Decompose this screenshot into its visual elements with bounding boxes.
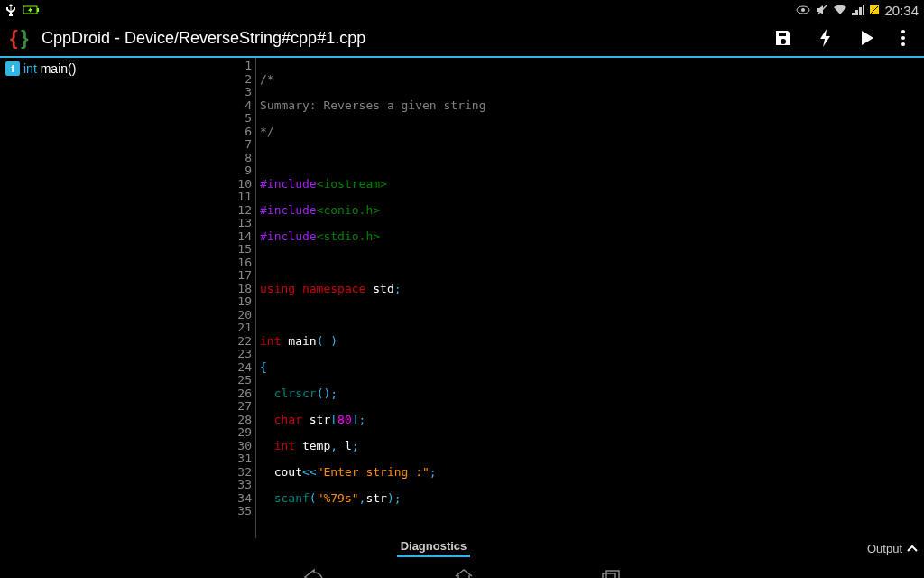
- back-button[interactable]: [301, 568, 327, 578]
- no-sim-icon: [869, 5, 880, 15]
- svg-rect-1: [37, 8, 39, 12]
- bottom-tab-bar: Diagnostics Output: [0, 538, 924, 558]
- code-area[interactable]: /* Summary: Reverses a given string */ #…: [256, 58, 924, 538]
- svg-point-9: [901, 30, 905, 33]
- signal-icon: [852, 5, 864, 15]
- svg-text:{: {: [10, 26, 18, 49]
- app-title: CppDroid - Device/ReverseString#cpp#1.cp…: [42, 29, 765, 48]
- svg-point-10: [901, 36, 905, 40]
- function-icon: f: [5, 61, 20, 76]
- usb-icon: [5, 4, 16, 16]
- battery-charging-icon: [23, 5, 40, 15]
- run-button[interactable]: [859, 29, 875, 47]
- svg-point-3: [801, 8, 805, 12]
- svg-point-11: [901, 42, 905, 46]
- outline-type: int: [23, 61, 41, 76]
- tab-diagnostics[interactable]: Diagnostics: [0, 539, 867, 557]
- recents-button[interactable]: [601, 569, 623, 578]
- svg-text:}: }: [21, 26, 29, 49]
- eye-icon: [795, 5, 811, 15]
- android-nav-bar: [0, 558, 924, 578]
- outline-item-main[interactable]: f int main(): [5, 61, 229, 76]
- home-button[interactable]: [453, 568, 475, 578]
- chevron-up-icon: [906, 544, 919, 553]
- outline-fn: main(): [41, 61, 77, 76]
- tab-output[interactable]: Output: [867, 542, 924, 555]
- app-logo-icon: {}: [9, 26, 32, 50]
- status-time: 20:34: [884, 3, 919, 18]
- android-status-bar: 20:34: [0, 0, 924, 20]
- line-gutter: 1234567891011121314151617181920212223242…: [235, 58, 256, 538]
- wifi-icon: [833, 5, 847, 15]
- mute-icon: [816, 4, 828, 16]
- save-button[interactable]: [774, 29, 792, 47]
- app-bar: {} CppDroid - Device/ReverseString#cpp#1…: [0, 20, 924, 58]
- compile-button[interactable]: [818, 29, 834, 47]
- svg-rect-13: [606, 571, 619, 578]
- outline-sidebar: f int main(): [0, 58, 235, 538]
- overflow-menu-button[interactable]: [901, 29, 906, 47]
- svg-rect-12: [603, 573, 615, 578]
- code-editor[interactable]: 1234567891011121314151617181920212223242…: [235, 58, 924, 538]
